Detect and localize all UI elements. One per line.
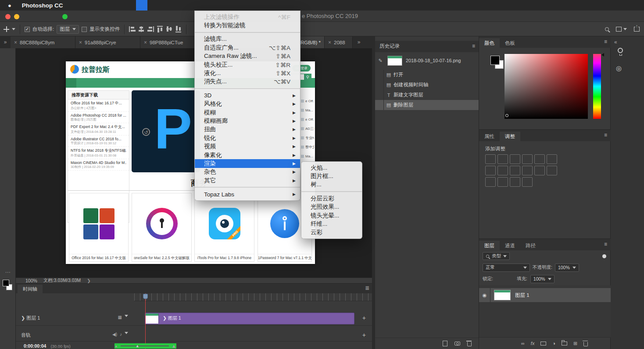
search-icon[interactable] — [605, 27, 609, 31]
tool-preset-caret-icon[interactable] — [12, 28, 15, 30]
shape-tool[interactable] — [0, 235, 16, 246]
crop-tool[interactable] — [0, 92, 16, 103]
saturation-value-box[interactable] — [504, 54, 588, 119]
menubar-item[interactable] — [79, 0, 90, 11]
threshold-icon[interactable] — [497, 177, 508, 187]
document-tab[interactable]: × 91a888piCrye — [75, 36, 140, 48]
filter-menu-item[interactable] — [195, 32, 300, 33]
audio-mute-icon[interactable]: ◀) — [112, 332, 117, 337]
filter-menu-item[interactable]: 上次滤镜操作 ^⌘F — [195, 13, 300, 21]
healing-brush-tool[interactable] — [0, 114, 16, 125]
brightness-contrast-icon[interactable] — [485, 154, 496, 164]
fill-dropdown[interactable]: 100% — [530, 275, 555, 283]
app-menu-title[interactable]: Photoshop CC — [18, 2, 68, 9]
edit-toolbar-icon[interactable]: ⋯ — [0, 269, 15, 275]
tab-color[interactable]: 颜色 — [479, 38, 500, 48]
menubar-item[interactable] — [136, 0, 147, 11]
tab-paths[interactable]: 路径 — [520, 241, 541, 250]
panel-menu-icon[interactable]: ≡ — [604, 241, 607, 247]
track-options-icon[interactable]: ▦ — [118, 315, 122, 320]
tab-timeline[interactable]: 时间轴 — [18, 285, 43, 293]
photo-filter-icon[interactable] — [510, 166, 520, 175]
create-snapshot-icon[interactable] — [454, 342, 460, 345]
history-source-well[interactable] — [375, 70, 384, 80]
filter-menu-item[interactable]: 模糊 ▶ — [195, 108, 300, 117]
opacity-dropdown[interactable]: 100% — [555, 264, 579, 272]
marquee-tool[interactable] — [0, 59, 16, 70]
eyedropper-tool[interactable] — [0, 103, 16, 114]
tab-overflow-left-icon[interactable]: » — [1, 36, 10, 48]
pen-tool[interactable] — [0, 202, 16, 213]
align-middle-v-icon[interactable] — [166, 26, 172, 32]
timeline-zoom-control[interactable]: ▲ ▲ ▲ — [114, 343, 176, 349]
exposure-icon[interactable] — [522, 154, 533, 164]
render-submenu-item[interactable]: 光照效果... — [301, 203, 362, 211]
new-group-icon[interactable] — [562, 342, 567, 345]
blend-mode-dropdown[interactable]: 正常 — [483, 264, 530, 272]
selective-color-icon[interactable] — [522, 177, 533, 187]
eraser-tool[interactable] — [0, 158, 16, 169]
panel-divider[interactable] — [372, 36, 375, 349]
history-brush-source-icon[interactable]: ✎ — [377, 58, 384, 64]
filter-menu-item[interactable]: 模糊画廊 ▶ — [195, 117, 300, 125]
hue-slider[interactable] — [593, 54, 601, 119]
menubar-item[interactable] — [68, 0, 79, 11]
color-swatches[interactable] — [0, 279, 16, 294]
zoom-out-mountain-icon[interactable]: ▲ — [114, 344, 118, 348]
blur-tool[interactable] — [0, 180, 16, 191]
chevron-down-icon[interactable] — [125, 315, 128, 317]
status-chevron-icon[interactable]: ❯ — [87, 278, 91, 283]
auto-select-target-dropdown[interactable]: 图层 — [57, 25, 79, 34]
black-white-icon[interactable] — [497, 166, 508, 175]
panel-menu-icon[interactable]: ≣ — [365, 285, 369, 291]
filter-menu-item[interactable]: 锐化 ▶ — [195, 134, 300, 142]
render-submenu-item[interactable] — [301, 191, 362, 192]
zoom-slider-thumb[interactable]: ▲ — [136, 344, 140, 348]
share-icon[interactable] — [634, 27, 640, 32]
history-brush-tool[interactable] — [0, 147, 16, 158]
quick-mask-icon[interactable] — [0, 294, 16, 303]
timeline-zoom-slider[interactable]: ▲ — [121, 345, 169, 346]
layer-name[interactable]: 图层 1 — [515, 292, 530, 299]
filter-menu-item[interactable] — [195, 187, 300, 188]
hue-cursor-icon[interactable] — [601, 53, 604, 57]
new-layer-icon[interactable]: ⊞ — [573, 341, 577, 346]
menubar-item[interactable] — [102, 0, 113, 11]
menubar-item[interactable] — [147, 0, 159, 11]
delete-layer-icon[interactable] — [583, 342, 588, 346]
menubar-item[interactable] — [125, 0, 136, 11]
filter-menu-item[interactable]: 杂色 ▶ — [195, 168, 300, 176]
tab-channels[interactable]: 通道 — [500, 241, 520, 250]
dodge-tool[interactable] — [0, 191, 16, 202]
render-submenu-item[interactable]: 树... — [301, 181, 362, 189]
type-tool[interactable] — [0, 213, 16, 224]
layer-row[interactable]: ◉ 图层 1 — [479, 288, 611, 302]
add-media-icon[interactable]: + — [362, 314, 366, 321]
foreground-color-swatch[interactable] — [3, 280, 9, 286]
align-bottom-icon[interactable] — [175, 26, 181, 32]
grid-mode-icon[interactable] — [0, 313, 16, 323]
tab-adjustments[interactable]: 调整 — [500, 132, 520, 141]
render-submenu-item[interactable]: 图片框... — [301, 172, 362, 180]
add-audio-icon[interactable]: + — [362, 331, 366, 338]
filter-menu-item[interactable]: 镜头校正... ⇧⌘R — [195, 61, 300, 69]
tab-history[interactable]: 历史记录 — [379, 43, 400, 50]
layer-style-fx-icon[interactable]: fx — [531, 341, 535, 346]
color-balance-icon[interactable] — [485, 166, 496, 175]
video-clip[interactable]: ❯ 图层 1 — [145, 313, 354, 324]
playhead-handle[interactable] — [143, 294, 148, 299]
levels-icon[interactable] — [497, 154, 508, 164]
filter-menu-item[interactable] — [195, 88, 300, 89]
menubar-item[interactable] — [170, 0, 182, 11]
filter-menu-item[interactable]: 渲染 ▶ — [195, 159, 300, 167]
panel-menu-icon[interactable]: ≡ — [604, 39, 607, 45]
align-right-icon[interactable] — [147, 26, 154, 32]
align-top-icon[interactable] — [157, 26, 163, 32]
filter-menu-item[interactable]: 自适应广角... ⌥⇧⌘A — [195, 43, 300, 52]
filter-menu-item[interactable]: Camera Raw 滤镜... ⇧⌘A — [195, 52, 300, 61]
expand-panels-icon[interactable]: « — [614, 39, 617, 45]
delete-state-icon[interactable] — [467, 342, 472, 346]
tab-swatches[interactable]: 色板 — [500, 38, 520, 48]
tab-overflow-right-icon[interactable]: » — [354, 36, 363, 48]
render-submenu-item[interactable]: 分层云彩 — [301, 194, 362, 203]
